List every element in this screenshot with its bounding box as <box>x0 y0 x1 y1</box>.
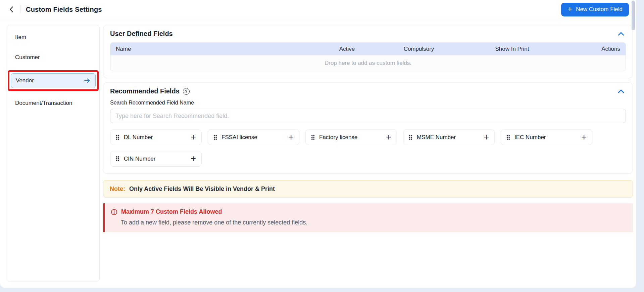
chip-fssai-license[interactable]: FSSAI license <box>208 129 299 145</box>
content-area: Item Customer Vendor Document/Transactio… <box>0 19 636 282</box>
drag-handle-icon[interactable] <box>409 134 412 140</box>
help-icon[interactable] <box>183 88 190 95</box>
chip-cin-number[interactable]: CIN Number <box>110 151 202 167</box>
chip-label: MSME Number <box>417 134 479 141</box>
sidebar-item-label: Item <box>15 34 26 41</box>
search-label: Search Recommended Field Name <box>110 100 626 106</box>
user-defined-fields-section: User Defined Fields Name Active Compulso… <box>103 25 633 78</box>
new-custom-field-button[interactable]: New Custom Field <box>561 3 629 16</box>
sidebar-item-customer[interactable]: Customer <box>10 50 96 65</box>
sidebar-item-label: Vendor <box>16 77 34 84</box>
drag-handle-icon[interactable] <box>116 134 119 140</box>
page-title: Custom Fields Settings <box>26 6 102 13</box>
vendor-highlight-annotation: Vendor <box>8 70 99 91</box>
note-banner: Note: Only Active Fields Will Be Visible… <box>103 180 633 198</box>
header: Custom Fields Settings New Custom Field <box>0 0 636 19</box>
chip-label: FSSAI license <box>221 134 284 141</box>
sidebar-item-vendor[interactable]: Vendor <box>11 73 96 88</box>
user-defined-fields-title: User Defined Fields <box>110 30 173 38</box>
column-header-compulsory: Compulsory <box>383 46 455 52</box>
sidebar-item-document-transaction[interactable]: Document/Transaction <box>10 96 96 111</box>
header-divider <box>20 5 20 14</box>
chevron-left-icon <box>8 6 15 13</box>
recommended-fields-title-text: Recommended Fields <box>110 87 180 95</box>
sidebar: Item Customer Vendor Document/Transactio… <box>7 25 100 282</box>
error-title-row: Maximum 7 Custom Fields Allowed <box>111 208 627 215</box>
drag-handle-icon[interactable] <box>311 134 315 140</box>
custom-fields-table: Name Active Compulsory Show In Print Act… <box>110 42 626 71</box>
collapse-user-defined-fields-button[interactable] <box>616 30 626 37</box>
column-header-actions: Actions <box>569 46 626 52</box>
sidebar-item-label: Customer <box>15 54 40 61</box>
sidebar-item-item[interactable]: Item <box>10 30 96 45</box>
main-panel: User Defined Fields Name Active Compulso… <box>103 25 633 282</box>
column-header-active: Active <box>311 46 383 52</box>
chip-label: IEC Number <box>514 134 577 141</box>
chip-label: DL Number <box>124 134 186 141</box>
add-field-icon[interactable] <box>191 154 196 163</box>
chevron-up-icon <box>617 32 625 36</box>
error-message: To add a new field, please remove one of… <box>121 219 627 226</box>
recommended-fields-title: Recommended Fields <box>110 87 190 95</box>
drag-handle-icon[interactable] <box>116 156 119 162</box>
app-window: Custom Fields Settings New Custom Field … <box>0 0 636 288</box>
error-banner: Maximum 7 Custom Fields Allowed To add a… <box>103 203 633 232</box>
plus-icon <box>567 5 572 13</box>
note-prefix: Note: <box>110 185 125 193</box>
drag-handle-icon[interactable] <box>213 134 217 140</box>
back-button[interactable] <box>7 4 17 14</box>
chip-factory-license[interactable]: Factory license <box>305 129 397 145</box>
scrollbar-thumb[interactable] <box>632 1 635 30</box>
collapse-recommended-fields-button[interactable] <box>616 88 626 95</box>
arrow-right-icon <box>84 78 91 83</box>
recommended-fields-section: Recommended Fields Search Recommended Fi… <box>103 82 633 174</box>
custom-fields-drop-zone[interactable]: Drop here to add as custom fields. <box>110 55 626 71</box>
add-field-icon[interactable] <box>288 133 294 142</box>
table-header-row: Name Active Compulsory Show In Print Act… <box>110 43 626 55</box>
chip-dl-number[interactable]: DL Number <box>110 129 202 145</box>
chip-label: CIN Number <box>124 156 186 162</box>
chip-iec-number[interactable]: IEC Number <box>501 129 592 145</box>
chevron-up-icon <box>617 89 625 93</box>
chip-msme-number[interactable]: MSME Number <box>403 129 495 145</box>
recommended-field-chips: DL Number FSSAI license Factory license <box>110 129 626 167</box>
column-header-name: Name <box>110 46 311 52</box>
add-field-icon[interactable] <box>581 133 587 142</box>
add-field-icon[interactable] <box>386 133 391 142</box>
note-text: Only Active Fields Will Be Visible in Ve… <box>129 185 275 193</box>
search-recommended-field-input[interactable] <box>110 109 626 123</box>
add-field-icon[interactable] <box>484 133 489 142</box>
alert-circle-icon <box>111 209 117 215</box>
error-title: Maximum 7 Custom Fields Allowed <box>121 208 222 215</box>
drop-zone-hint: Drop here to add as custom fields. <box>325 60 411 67</box>
new-custom-field-label: New Custom Field <box>576 6 623 13</box>
chip-label: Factory license <box>319 134 382 141</box>
drag-handle-icon[interactable] <box>506 134 510 140</box>
column-header-show-in-print: Show In Print <box>455 46 569 52</box>
sidebar-item-label: Document/Transaction <box>15 100 72 107</box>
add-field-icon[interactable] <box>191 133 196 142</box>
